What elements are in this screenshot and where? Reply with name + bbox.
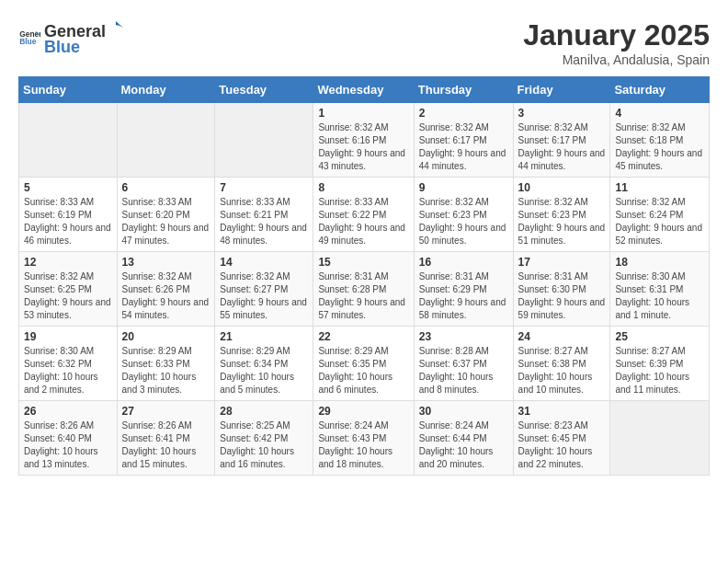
day-number: 23 xyxy=(419,330,508,343)
day-info: Sunrise: 8:33 AM Sunset: 6:22 PM Dayligh… xyxy=(318,196,408,247)
day-info: Sunrise: 8:28 AM Sunset: 6:37 PM Dayligh… xyxy=(419,345,508,396)
header-saturday: Saturday xyxy=(610,77,710,103)
day-number: 16 xyxy=(419,256,508,269)
day-info: Sunrise: 8:31 AM Sunset: 6:30 PM Dayligh… xyxy=(518,270,606,322)
calendar-cell: 25Sunrise: 8:27 AM Sunset: 6:39 PM Dayli… xyxy=(610,327,710,401)
calendar-table: SundayMondayTuesdayWednesdayThursdayFrid… xyxy=(18,76,710,476)
day-number: 15 xyxy=(318,256,408,269)
day-number: 31 xyxy=(518,405,606,418)
calendar-cell xyxy=(19,103,118,178)
calendar-cell: 1Sunrise: 8:32 AM Sunset: 6:16 PM Daylig… xyxy=(313,103,414,178)
calendar-cell: 29Sunrise: 8:24 AM Sunset: 6:43 PM Dayli… xyxy=(313,401,414,476)
logo: General Blue General Blue xyxy=(18,18,125,57)
day-number: 2 xyxy=(419,107,508,120)
day-number: 11 xyxy=(615,181,704,194)
calendar-week-2: 5Sunrise: 8:33 AM Sunset: 6:19 PM Daylig… xyxy=(19,178,710,252)
day-number: 18 xyxy=(615,256,704,269)
day-info: Sunrise: 8:32 AM Sunset: 6:23 PM Dayligh… xyxy=(518,196,606,247)
calendar-cell xyxy=(215,103,313,178)
day-info: Sunrise: 8:29 AM Sunset: 6:33 PM Dayligh… xyxy=(122,345,210,396)
header-friday: Friday xyxy=(513,77,610,103)
calendar-cell: 4Sunrise: 8:32 AM Sunset: 6:18 PM Daylig… xyxy=(610,103,710,178)
calendar-cell: 13Sunrise: 8:32 AM Sunset: 6:26 PM Dayli… xyxy=(117,252,215,327)
day-info: Sunrise: 8:30 AM Sunset: 6:31 PM Dayligh… xyxy=(615,270,704,322)
day-info: Sunrise: 8:31 AM Sunset: 6:28 PM Dayligh… xyxy=(318,270,408,322)
day-info: Sunrise: 8:33 AM Sunset: 6:20 PM Dayligh… xyxy=(122,196,210,247)
day-info: Sunrise: 8:32 AM Sunset: 6:17 PM Dayligh… xyxy=(518,121,606,173)
calendar-cell: 3Sunrise: 8:32 AM Sunset: 6:17 PM Daylig… xyxy=(513,103,610,178)
day-number: 12 xyxy=(24,256,112,269)
day-number: 7 xyxy=(220,181,308,194)
calendar-cell: 26Sunrise: 8:26 AM Sunset: 6:40 PM Dayli… xyxy=(19,401,118,476)
day-info: Sunrise: 8:31 AM Sunset: 6:29 PM Dayligh… xyxy=(419,270,508,322)
calendar-cell: 28Sunrise: 8:25 AM Sunset: 6:42 PM Dayli… xyxy=(215,401,313,476)
title-area: January 2025 Manilva, Andalusia, Spain xyxy=(523,18,710,67)
calendar-cell: 23Sunrise: 8:28 AM Sunset: 6:37 PM Dayli… xyxy=(414,327,513,401)
day-number: 6 xyxy=(122,181,210,194)
svg-marker-4 xyxy=(116,21,119,26)
calendar-cell: 10Sunrise: 8:32 AM Sunset: 6:23 PM Dayli… xyxy=(513,178,610,252)
calendar-header-row: SundayMondayTuesdayWednesdayThursdayFrid… xyxy=(19,77,710,103)
day-number: 19 xyxy=(24,330,112,343)
day-number: 30 xyxy=(419,405,508,418)
calendar-title: January 2025 xyxy=(523,18,710,52)
calendar-cell: 2Sunrise: 8:32 AM Sunset: 6:17 PM Daylig… xyxy=(414,103,513,178)
logo-bird-icon xyxy=(107,18,125,37)
calendar-cell: 5Sunrise: 8:33 AM Sunset: 6:19 PM Daylig… xyxy=(19,178,118,252)
day-info: Sunrise: 8:32 AM Sunset: 6:26 PM Dayligh… xyxy=(122,270,210,322)
day-info: Sunrise: 8:29 AM Sunset: 6:35 PM Dayligh… xyxy=(318,345,408,396)
day-info: Sunrise: 8:32 AM Sunset: 6:17 PM Dayligh… xyxy=(419,121,508,173)
day-info: Sunrise: 8:32 AM Sunset: 6:25 PM Dayligh… xyxy=(24,270,112,322)
day-number: 22 xyxy=(318,330,408,343)
day-number: 8 xyxy=(318,181,408,194)
calendar-cell: 11Sunrise: 8:32 AM Sunset: 6:24 PM Dayli… xyxy=(610,178,710,252)
day-info: Sunrise: 8:26 AM Sunset: 6:41 PM Dayligh… xyxy=(122,419,210,471)
calendar-week-4: 19Sunrise: 8:30 AM Sunset: 6:32 PM Dayli… xyxy=(19,327,710,401)
day-info: Sunrise: 8:23 AM Sunset: 6:45 PM Dayligh… xyxy=(518,419,606,471)
day-number: 10 xyxy=(518,181,606,194)
header-monday: Monday xyxy=(117,77,215,103)
header: General Blue General Blue January 2025 M… xyxy=(18,18,710,67)
day-info: Sunrise: 8:32 AM Sunset: 6:24 PM Dayligh… xyxy=(615,196,704,247)
day-number: 3 xyxy=(518,107,606,120)
day-info: Sunrise: 8:32 AM Sunset: 6:16 PM Dayligh… xyxy=(318,121,408,173)
day-number: 27 xyxy=(122,405,210,418)
day-info: Sunrise: 8:24 AM Sunset: 6:44 PM Dayligh… xyxy=(419,419,508,471)
calendar-cell: 6Sunrise: 8:33 AM Sunset: 6:20 PM Daylig… xyxy=(117,178,215,252)
day-info: Sunrise: 8:32 AM Sunset: 6:23 PM Dayligh… xyxy=(419,196,508,247)
calendar-cell: 22Sunrise: 8:29 AM Sunset: 6:35 PM Dayli… xyxy=(313,327,414,401)
calendar-cell: 30Sunrise: 8:24 AM Sunset: 6:44 PM Dayli… xyxy=(414,401,513,476)
calendar-cell: 21Sunrise: 8:29 AM Sunset: 6:34 PM Dayli… xyxy=(215,327,313,401)
day-number: 1 xyxy=(318,107,408,120)
day-info: Sunrise: 8:33 AM Sunset: 6:19 PM Dayligh… xyxy=(24,196,112,247)
calendar-cell: 19Sunrise: 8:30 AM Sunset: 6:32 PM Dayli… xyxy=(19,327,118,401)
day-info: Sunrise: 8:32 AM Sunset: 6:18 PM Dayligh… xyxy=(615,121,704,173)
calendar-cell: 12Sunrise: 8:32 AM Sunset: 6:25 PM Dayli… xyxy=(19,252,118,327)
calendar-subtitle: Manilva, Andalusia, Spain xyxy=(523,52,710,67)
day-number: 4 xyxy=(615,107,704,120)
day-number: 20 xyxy=(122,330,210,343)
day-info: Sunrise: 8:25 AM Sunset: 6:42 PM Dayligh… xyxy=(220,419,308,471)
calendar-week-3: 12Sunrise: 8:32 AM Sunset: 6:25 PM Dayli… xyxy=(19,252,710,327)
calendar-cell: 15Sunrise: 8:31 AM Sunset: 6:28 PM Dayli… xyxy=(313,252,414,327)
day-number: 28 xyxy=(220,405,308,418)
day-info: Sunrise: 8:26 AM Sunset: 6:40 PM Dayligh… xyxy=(24,419,112,471)
calendar-cell xyxy=(117,103,215,178)
calendar-week-5: 26Sunrise: 8:26 AM Sunset: 6:40 PM Dayli… xyxy=(19,401,710,476)
svg-text:Blue: Blue xyxy=(19,37,37,46)
calendar-week-1: 1Sunrise: 8:32 AM Sunset: 6:16 PM Daylig… xyxy=(19,103,710,178)
header-tuesday: Tuesday xyxy=(215,77,313,103)
day-info: Sunrise: 8:30 AM Sunset: 6:32 PM Dayligh… xyxy=(24,345,112,396)
day-number: 21 xyxy=(220,330,308,343)
calendar-cell: 18Sunrise: 8:30 AM Sunset: 6:31 PM Dayli… xyxy=(610,252,710,327)
day-info: Sunrise: 8:32 AM Sunset: 6:27 PM Dayligh… xyxy=(220,270,308,322)
calendar-cell: 20Sunrise: 8:29 AM Sunset: 6:33 PM Dayli… xyxy=(117,327,215,401)
header-thursday: Thursday xyxy=(414,77,513,103)
calendar-cell xyxy=(610,401,710,476)
day-number: 29 xyxy=(318,405,408,418)
day-number: 9 xyxy=(419,181,508,194)
header-sunday: Sunday xyxy=(19,77,118,103)
day-info: Sunrise: 8:27 AM Sunset: 6:39 PM Dayligh… xyxy=(615,345,704,396)
calendar-cell: 7Sunrise: 8:33 AM Sunset: 6:21 PM Daylig… xyxy=(215,178,313,252)
calendar-cell: 27Sunrise: 8:26 AM Sunset: 6:41 PM Dayli… xyxy=(117,401,215,476)
